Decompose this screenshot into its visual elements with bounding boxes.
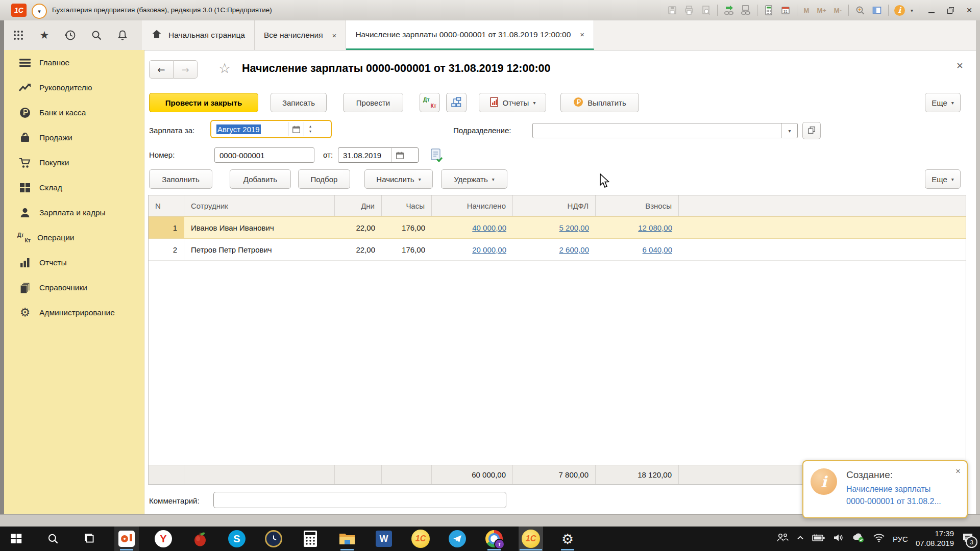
department-open-button[interactable]	[802, 122, 821, 139]
taskbar-app-skype[interactable]: S	[225, 527, 249, 551]
cell-hours[interactable]: 176,00	[382, 217, 432, 238]
sidebar-item-warehouse[interactable]: Склад	[4, 175, 144, 200]
taskbar-app-apple[interactable]	[188, 527, 212, 551]
cell-days[interactable]: 22,00	[335, 239, 382, 260]
info-dropdown-icon[interactable]: ▾	[911, 8, 913, 13]
taskbar-app-word[interactable]: W	[372, 527, 396, 551]
start-button[interactable]	[4, 527, 29, 551]
forward-button[interactable]: →	[174, 60, 198, 79]
sidebar-item-salary-hr[interactable]: Зарплата и кадры	[4, 200, 144, 225]
column-header-contributions[interactable]: Взносы	[596, 195, 679, 216]
sidebar-item-sales[interactable]: Продажи	[4, 125, 144, 150]
apps-grid-icon[interactable]	[12, 29, 24, 41]
memory-m-button[interactable]: M	[803, 7, 811, 14]
cell-contributions-link[interactable]: 12 080,00	[596, 217, 679, 238]
date-field[interactable]: 31.08.2019	[338, 147, 419, 163]
tray-clock[interactable]: 17:39 07.08.2019	[916, 529, 954, 548]
volume-icon[interactable]	[833, 533, 844, 544]
taskbar-app-1c-active[interactable]: 1С	[519, 527, 543, 551]
column-header-accrued[interactable]: Начислено	[432, 195, 513, 216]
form-close-icon[interactable]: ×	[957, 59, 963, 72]
sidebar-item-operations[interactable]: Дт Кт Операции	[4, 225, 144, 250]
cell-employee[interactable]: Иванов Иван Иванович	[184, 217, 335, 238]
sidebar-item-purchases[interactable]: Покупки	[4, 150, 144, 175]
zoom-icon[interactable]	[854, 5, 866, 16]
sidebar-item-reports[interactable]: Отчеты	[4, 250, 144, 275]
window-minimize-button[interactable]	[925, 4, 938, 16]
wifi-icon[interactable]	[873, 533, 885, 544]
dtkt-postings-button[interactable]: Дт Кт	[420, 93, 440, 112]
cell-employee[interactable]: Петров Петр Петрович	[184, 239, 335, 260]
save-icon[interactable]	[667, 5, 678, 16]
language-indicator[interactable]: РУС	[893, 535, 908, 543]
cell-row-number[interactable]: 2	[149, 239, 184, 260]
department-field[interactable]: ▾	[532, 123, 798, 138]
search-icon[interactable]	[90, 29, 103, 41]
salary-period-value[interactable]: Август 2019	[212, 125, 288, 134]
print-icon[interactable]	[683, 5, 695, 16]
sidebar-item-administration[interactable]: ⚙ Администрирование	[4, 300, 144, 325]
tab-home[interactable]: Начальная страница	[142, 20, 255, 50]
taskbar-app-settings[interactable]: ⚙	[555, 527, 580, 551]
info-icon[interactable]: i	[894, 5, 905, 16]
taskbar-app-clock[interactable]	[261, 527, 286, 551]
people-icon[interactable]	[776, 533, 789, 545]
sidebar-item-bank-cash[interactable]: Банк и касса	[4, 100, 144, 125]
more-button-toolbar[interactable]: Еще ▾	[925, 93, 961, 112]
notifications-bell-icon[interactable]	[116, 29, 129, 41]
taskbar-app-calculator[interactable]	[298, 527, 323, 551]
action-center-button[interactable]: 3	[962, 532, 974, 545]
salary-period-field[interactable]: Август 2019 ▴ ▾	[212, 121, 330, 137]
cell-ndfl-link[interactable]: 5 200,00	[513, 217, 596, 238]
panels-icon[interactable]	[871, 5, 883, 16]
table-empty-area[interactable]	[149, 261, 966, 465]
taskbar-search-button[interactable]	[41, 527, 65, 551]
taskbar-file-explorer[interactable]	[335, 527, 359, 551]
task-view-button[interactable]	[78, 527, 102, 551]
sidebar-item-directories[interactable]: Справочники	[4, 275, 144, 300]
print-preview-icon[interactable]	[700, 5, 712, 16]
sidebar-item-manager[interactable]: Руководителю	[4, 75, 144, 100]
column-header-n[interactable]: N	[149, 195, 184, 216]
pay-button[interactable]: Выплатить	[560, 93, 639, 112]
document-structure-button[interactable]	[446, 93, 467, 112]
taskbar-app-yandex[interactable]: Y	[151, 527, 176, 551]
tray-chevron-icon[interactable]	[796, 534, 804, 543]
table-row[interactable]: 2 Петров Петр Петрович 22,00 176,00 20 0…	[149, 239, 966, 261]
window-close-button[interactable]: ×	[963, 4, 976, 16]
column-header-days[interactable]: Дни	[335, 195, 382, 216]
notification-link-line2[interactable]: 0000-000001 от 31.08.2...	[846, 497, 941, 506]
main-menu-button[interactable]: ▾	[32, 4, 47, 19]
tab-all-accruals[interactable]: Все начисления ×	[255, 20, 346, 50]
pick-button[interactable]: Подбор	[298, 169, 350, 189]
post-and-close-button[interactable]: Провести и закрыть	[149, 93, 258, 112]
memory-mplus-button[interactable]: M+	[816, 7, 827, 14]
column-header-hours[interactable]: Часы	[382, 195, 432, 216]
window-restore-button[interactable]	[944, 4, 957, 16]
cell-accrued-link[interactable]: 40 000,00	[432, 217, 513, 238]
column-header-ndfl[interactable]: НДФЛ	[513, 195, 596, 216]
cell-accrued-link[interactable]: 20 000,00	[432, 239, 513, 260]
taskbar-app-browser[interactable]: T	[482, 527, 506, 551]
tab-close-icon[interactable]: ×	[580, 30, 584, 39]
favorites-icon[interactable]: ★	[38, 29, 51, 41]
more-button-table[interactable]: Еще ▾	[925, 169, 961, 189]
notification-close-icon[interactable]: ×	[955, 466, 961, 477]
number-field[interactable]: 0000-000001	[214, 147, 314, 163]
notification-link-line1[interactable]: Начисление зарплаты	[846, 485, 930, 494]
comment-field[interactable]	[213, 492, 506, 508]
posting-time-icon[interactable]	[430, 148, 443, 164]
write-button[interactable]: Записать	[271, 93, 327, 112]
department-dropdown-icon[interactable]: ▾	[782, 128, 797, 134]
fill-button[interactable]: Заполнить	[149, 169, 212, 189]
taskbar-app-telegram[interactable]	[445, 527, 470, 551]
accrue-button[interactable]: Начислить ▾	[364, 169, 433, 189]
taskbar-app-1c[interactable]: 1С	[408, 527, 433, 551]
back-button[interactable]: ←	[149, 60, 174, 79]
battery-icon[interactable]	[812, 534, 825, 544]
tab-close-icon[interactable]: ×	[332, 31, 337, 40]
add-button[interactable]: Добавить	[230, 169, 291, 189]
cell-contributions-link[interactable]: 6 040,00	[596, 239, 679, 260]
calculator-icon[interactable]	[763, 5, 774, 16]
date-value[interactable]: 31.08.2019	[338, 151, 391, 160]
